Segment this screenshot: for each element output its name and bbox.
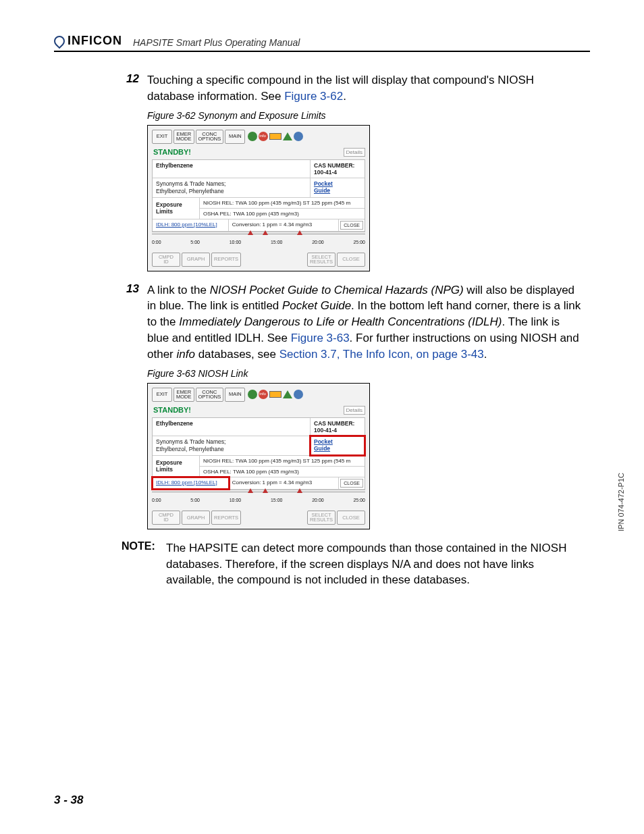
conversion: Conversion: 1 ppm = 4.34 mg/m3 [229, 219, 340, 231]
brand-logo: INFICON [54, 34, 122, 48]
exposure-limits-label: ExposureLimits [153, 456, 200, 477]
idlh-link-highlighted[interactable]: IDLH: 800 ppm [10%LEL] [153, 477, 229, 489]
exit-button[interactable]: EXIT [152, 388, 172, 402]
figure-3-62-caption: Figure 3-62 Synonym and Exposure Limits [147, 110, 583, 121]
tick: 5:00 [190, 498, 200, 502]
help-icon[interactable] [248, 390, 257, 399]
select-results-button[interactable]: SELECTRESULTS [307, 511, 336, 525]
ss-toolbar: EXIT EMERMODE CONCOPTIONS MAIN [148, 384, 369, 405]
step-number: 12 [122, 72, 139, 105]
tick: 25:00 [353, 498, 365, 502]
standby-status: STANDBY! [153, 148, 191, 156]
note: NOTE: The HAPSITE can detect more compou… [122, 540, 583, 588]
page-number: 3 - 38 [54, 793, 83, 807]
brand-name: INFICON [68, 34, 122, 48]
exit-button[interactable]: EXIT [152, 130, 172, 144]
tick: 20:00 [312, 498, 324, 502]
tick: 5:00 [190, 240, 200, 244]
standby-status: STANDBY! [153, 406, 191, 414]
step-13-body: A link to the NIOSH Pocket Guide to Chem… [147, 282, 583, 363]
close-button[interactable]: CLOSE [337, 253, 365, 267]
tick: 10:00 [230, 498, 242, 502]
compound-panel: Ethylbenzene CAS NUMBER:100-41-4 Synonym… [152, 159, 365, 232]
ipn-code: IPN 074-472-P1C [617, 473, 625, 531]
details-button[interactable]: Details [344, 148, 365, 157]
alert-icon [283, 132, 292, 140]
cas-number: CAS NUMBER:100-41-4 [311, 418, 365, 436]
close-button[interactable]: CLOSE [337, 511, 365, 525]
timeline: 0:00 5:00 10:00 15:00 20:00 25:00 [152, 492, 365, 508]
osha-pel: OSHA PEL: TWA 100 ppm (435 mg/m3) [200, 467, 365, 477]
tick: 0:00 [152, 240, 161, 244]
ss-toolbar: EXIT EMERMODE CONCOPTIONS MAIN [148, 126, 369, 147]
close-small-button[interactable]: CLOSE [340, 479, 363, 488]
idlh-link[interactable]: IDLH: 800 ppm [10%LEL] [153, 219, 229, 231]
timeline: 0:00 5:00 10:00 15:00 20:00 25:00 [152, 234, 365, 250]
emer-mode-button[interactable]: EMERMODE [173, 388, 194, 402]
tick: 25:00 [353, 240, 365, 244]
reports-button[interactable]: REPORTS [211, 253, 241, 267]
figure-3-62-screenshot: EXIT EMERMODE CONCOPTIONS MAIN STANDBY! … [147, 125, 370, 271]
pocket-guide-link-highlighted[interactable]: PocketGuide [311, 436, 365, 455]
conc-options-button[interactable]: CONCOPTIONS [196, 388, 224, 402]
step-12-text-b: . [343, 90, 346, 103]
cas-number: CAS NUMBER:100-41-4 [311, 160, 365, 178]
globe-icon[interactable] [294, 132, 303, 141]
synonyms: Synonyms & Trade Names;Ethylbenzol, Phen… [153, 436, 311, 455]
main-button[interactable]: MAIN [225, 388, 245, 402]
alert-icon [283, 390, 292, 398]
step-12-body: Touching a specific compound in the list… [147, 72, 583, 105]
page-header: INFICON HAPSITE Smart Plus Operating Man… [54, 34, 590, 52]
graph-button[interactable]: GRAPH [182, 511, 210, 525]
conversion: Conversion: 1 ppm = 4.34 mg/m3 [229, 477, 340, 489]
help-icon[interactable] [248, 132, 257, 141]
osha-pel: OSHA PEL: TWA 100 ppm (435 mg/m3) [200, 209, 365, 219]
main-button[interactable]: MAIN [225, 130, 245, 144]
exposure-data: NIOSH REL: TWA 100 ppm (435 mg/m3) ST 12… [200, 198, 365, 219]
figure-3-63-caption: Figure 3-63 NIOSH Link [147, 368, 583, 379]
exposure-data: NIOSH REL: TWA 100 ppm (435 mg/m3) ST 12… [200, 456, 365, 477]
note-body: The HAPSITE can detect more compounds th… [166, 540, 583, 588]
bottom-toolbar: CMPDID GRAPH REPORTS SELECTRESULTS CLOSE [148, 250, 369, 271]
battery-icon [269, 133, 281, 140]
compound-name: Ethylbenzene [153, 418, 311, 436]
figure-3-62-link[interactable]: Figure 3-62 [284, 90, 343, 103]
select-results-button[interactable]: SELECTRESULTS [307, 253, 336, 267]
inficon-logo-icon [52, 33, 68, 49]
note-label: NOTE: [122, 540, 161, 588]
tick: 20:00 [312, 240, 324, 244]
manual-title: HAPSITE Smart Plus Operating Manual [133, 37, 300, 48]
battery-icon [269, 391, 281, 398]
pocket-guide-link[interactable]: PocketGuide [311, 178, 365, 197]
figure-3-63-screenshot: EXIT EMERMODE CONCOPTIONS MAIN STANDBY! … [147, 383, 370, 529]
step-13: 13 A link to the NIOSH Pocket Guide to C… [122, 282, 583, 363]
conc-options-button[interactable]: CONCOPTIONS [196, 130, 224, 144]
globe-icon[interactable] [294, 390, 303, 399]
compound-name: Ethylbenzene [153, 160, 311, 178]
reports-button[interactable]: REPORTS [211, 511, 241, 525]
status-row: STANDBY! Details [148, 405, 369, 416]
tick: 0:00 [152, 498, 161, 502]
niosh-rel: NIOSH REL: TWA 100 ppm (435 mg/m3) ST 12… [200, 456, 365, 467]
cmpd-id-button[interactable]: CMPDID [152, 253, 180, 267]
compound-panel: Ethylbenzene CAS NUMBER:100-41-4 Synonym… [152, 417, 365, 490]
niosh-rel: NIOSH REL: TWA 100 ppm (435 mg/m3) ST 12… [200, 198, 365, 209]
graph-button[interactable]: GRAPH [182, 253, 210, 267]
cmpd-id-button[interactable]: CMPDID [152, 511, 180, 525]
info-icon[interactable] [259, 390, 268, 399]
tick: 15:00 [271, 498, 283, 502]
section-3-7-link[interactable]: Section 3.7, The Info Icon, on page 3-43 [279, 348, 484, 361]
status-row: STANDBY! Details [148, 147, 369, 158]
close-small-button[interactable]: CLOSE [340, 221, 363, 230]
exposure-limits-label: ExposureLimits [153, 198, 200, 219]
step-12: 12 Touching a specific compound in the l… [122, 72, 583, 105]
step-number: 13 [122, 282, 139, 363]
emer-mode-button[interactable]: EMERMODE [173, 130, 194, 144]
info-icon[interactable] [259, 132, 268, 141]
bottom-toolbar: CMPDID GRAPH REPORTS SELECTRESULTS CLOSE [148, 508, 369, 529]
synonyms: Synonyms & Trade Names;Ethylbenzol, Phen… [153, 178, 311, 197]
tick: 15:00 [271, 240, 283, 244]
tick: 10:00 [230, 240, 242, 244]
figure-3-63-link[interactable]: Figure 3-63 [291, 332, 350, 344]
details-button[interactable]: Details [344, 406, 365, 415]
